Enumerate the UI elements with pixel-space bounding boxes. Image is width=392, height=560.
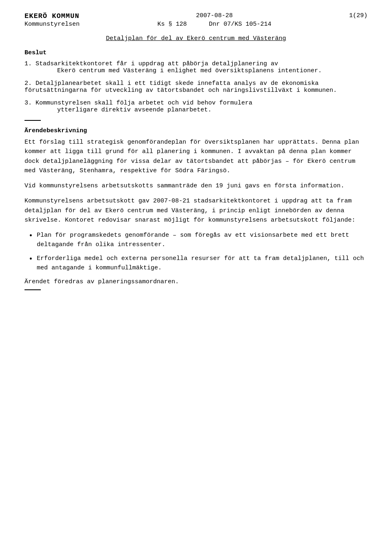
last-line: Ärendet föredras av planeringssamordnare… (24, 278, 368, 285)
page-num: 1(29) (349, 12, 368, 19)
main-title: Detaljplan för del av Ekerö centrum med … (24, 35, 368, 42)
beslut-item-1: 1. Stadsarkitektkontoret får i uppdrag a… (24, 60, 368, 74)
bullet-list: Plan för programskedets genomförande – s… (24, 231, 368, 273)
header-right: 1(29) (349, 12, 368, 19)
beslut-text-1: Stadsarkitektkontoret får i uppdrag att … (36, 60, 278, 67)
divider-1 (24, 120, 41, 121)
beslut-text-2: Detaljplanearbetet skall i ett tidigt sk… (24, 80, 337, 94)
header-left: EKERÖ KOMMUN Kommunstyrelsen (24, 12, 80, 28)
bullet-item-1: Plan för programskedets genomförande – s… (24, 231, 368, 250)
ks-ref: Ks § 128 (157, 21, 187, 28)
beslut-item-2: 2. Detaljplanearbetet skall i ett tidigt… (24, 80, 368, 94)
dnr-ref: Dnr 07/KS 105-214 (209, 21, 272, 28)
beslut-number-2: 2. (24, 80, 36, 87)
page: EKERÖ KOMMUN Kommunstyrelsen 2007-08-28 … (0, 0, 392, 560)
beslut-text-3: Kommunstyrelsen skall följa arbetet och … (36, 100, 252, 107)
bullet-item-2: Erforderliga medel och externa personell… (24, 254, 368, 273)
header: EKERÖ KOMMUN Kommunstyrelsen 2007-08-28 … (24, 12, 368, 28)
org-name: EKERÖ KOMMUN (24, 12, 80, 20)
org-sub: Kommunstyrelsen (24, 21, 80, 28)
bottom-divider (24, 289, 41, 290)
arendebeskrivning-title: Ärendebeskrivning (24, 127, 368, 134)
beslut-item-3: 3. Kommunstyrelsen skall följa arbetet o… (24, 100, 368, 113)
header-ks: Ks § 128 Dnr 07/KS 105-214 (157, 21, 271, 28)
header-center: 2007-08-28 Ks § 128 Dnr 07/KS 105-214 (157, 12, 271, 28)
beslut-number-1: 1. (24, 60, 36, 67)
paragraph-2: Vid kommunstyrelsens arbetsutskotts samm… (24, 181, 368, 191)
beslut-indented-1: Ekerö centrum med Västeräng i enlighet m… (57, 67, 368, 74)
beslut-number-3: 3. (24, 100, 36, 107)
header-date: 2007-08-28 (196, 12, 233, 19)
beslut-title: Beslut (24, 49, 368, 56)
paragraph-1: Ett förslag till strategisk genomförande… (24, 138, 368, 176)
beslut-indented-3: ytterligare direktiv avseende planarbete… (57, 107, 368, 113)
paragraph-3: Kommunstyrelsens arbetsutskott gav 2007-… (24, 196, 368, 225)
